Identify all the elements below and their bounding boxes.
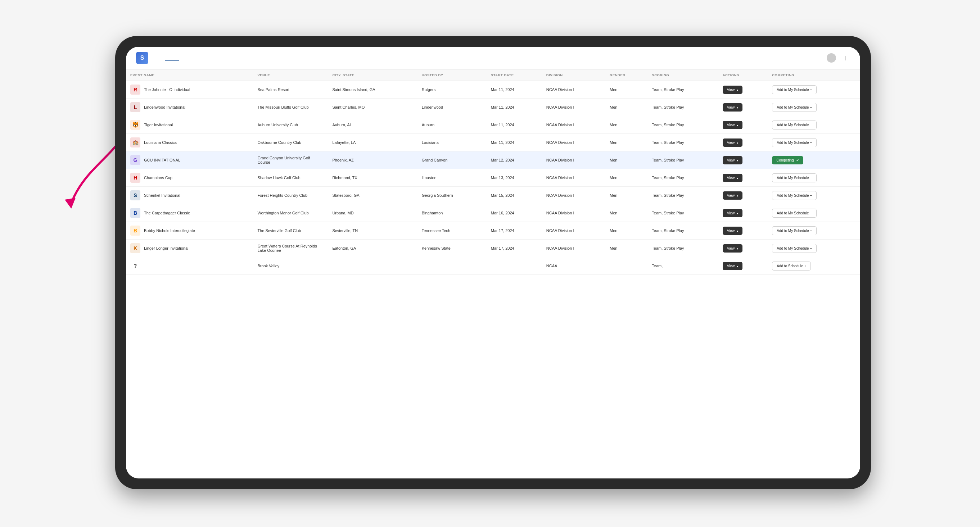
view-button[interactable]: View <box>723 121 743 129</box>
eye-icon <box>737 176 738 180</box>
eye-icon <box>737 88 738 92</box>
cell-event-name: G GCU INVITATIONAL <box>126 151 253 169</box>
cell-actions: View <box>718 81 768 98</box>
view-button[interactable]: View <box>723 244 743 252</box>
add-schedule-button[interactable]: Add to My Schedule + <box>772 138 817 147</box>
col-event-name: EVENT NAME <box>126 70 253 81</box>
view-button[interactable]: View <box>723 209 743 217</box>
table-row: R The Johnnie - O Individual Sea Palms R… <box>126 81 860 98</box>
cell-event-name: B Bobby Nichols Intercollegiate <box>126 222 253 240</box>
add-schedule-button[interactable]: Add to My Schedule + <box>772 209 817 217</box>
view-button[interactable]: View <box>723 86 743 94</box>
table-row: ? Brook Valley NCAA Team, View Add to Sc… <box>126 257 860 275</box>
nav-tabs <box>165 55 827 61</box>
event-name-text: GCU INVITATIONAL <box>144 158 180 162</box>
team-logo: K <box>130 243 140 253</box>
cell-actions: View <box>718 187 768 204</box>
cell-city-state: Statesboro, GA <box>328 187 417 204</box>
cell-actions: View <box>718 169 768 187</box>
nav-bar: S | <box>126 47 860 70</box>
cell-event-name: H Champions Cup <box>126 169 253 187</box>
add-schedule-button[interactable]: Add to My Schedule + <box>772 103 817 112</box>
cell-hosted-by: Lindenwood <box>417 98 487 116</box>
tablet-screen: S | <box>126 47 860 478</box>
cell-gender: Men <box>605 169 648 187</box>
cell-competing: Add to My Schedule + <box>768 204 860 222</box>
cell-division: NCAA Division I <box>542 98 605 116</box>
table-row: B Bobby Nichols Intercollegiate The Sevi… <box>126 222 860 240</box>
team-logo: B <box>130 208 140 218</box>
cell-scoring: Team, Stroke Play <box>648 98 718 116</box>
add-schedule-button[interactable]: Add to Schedule + <box>772 262 811 270</box>
cell-city-state: Lafayette, LA <box>328 134 417 151</box>
col-division: DIVISION <box>542 70 605 81</box>
view-button[interactable]: View <box>723 156 743 164</box>
cell-division: NCAA Division I <box>542 240 605 257</box>
add-schedule-button[interactable]: Add to My Schedule + <box>772 121 817 130</box>
cell-actions: View <box>718 222 768 240</box>
view-button[interactable]: View <box>723 227 743 235</box>
col-city-state: CITY, STATE <box>328 70 417 81</box>
cell-actions: View <box>718 257 768 275</box>
team-logo: ? <box>130 261 140 271</box>
cell-city-state: Saint Charles, MO <box>328 98 417 116</box>
cell-gender: Men <box>605 204 648 222</box>
cell-hosted-by: Louisiana <box>417 134 487 151</box>
cell-division: NCAA Division I <box>542 204 605 222</box>
cell-competing: Add to My Schedule + <box>768 222 860 240</box>
cell-division: NCAA Division I <box>542 222 605 240</box>
cell-start-date: Mar 11, 2024 <box>487 98 542 116</box>
table-row: B The Carpetbagger Classic Worthington M… <box>126 204 860 222</box>
add-schedule-button[interactable]: Add to My Schedule + <box>772 191 817 200</box>
add-schedule-button[interactable]: Add to My Schedule + <box>772 173 817 183</box>
cell-start-date <box>487 257 542 275</box>
table-row: 🐯 Tiger Invitational Auburn University C… <box>126 116 860 134</box>
cell-venue: Auburn University Club <box>253 116 328 134</box>
logo-icon: S <box>136 52 148 64</box>
cell-hosted-by: Tennessee Tech <box>417 222 487 240</box>
table-row: L Lindenwood Invitational The Missouri B… <box>126 98 860 116</box>
tab-tournaments[interactable] <box>165 55 179 61</box>
view-button[interactable]: View <box>723 262 743 270</box>
cell-hosted-by: Auburn <box>417 116 487 134</box>
add-schedule-button[interactable]: Add to My Schedule + <box>772 85 817 94</box>
cell-actions: View <box>718 98 768 116</box>
tournaments-table: EVENT NAME VENUE CITY, STATE HOSTED BY S… <box>126 70 860 275</box>
team-logo: 🐯 <box>130 120 140 130</box>
cell-city-state: Saint Simons Island, GA <box>328 81 417 98</box>
cell-gender <box>605 257 648 275</box>
cell-gender: Men <box>605 134 648 151</box>
cell-scoring: Team, Stroke Play <box>648 240 718 257</box>
cell-scoring: Team, Stroke Play <box>648 204 718 222</box>
cell-competing: Competing <box>768 151 860 169</box>
cell-start-date: Mar 11, 2024 <box>487 116 542 134</box>
add-schedule-button[interactable]: Add to My Schedule + <box>772 226 817 235</box>
competing-button[interactable]: Competing <box>772 156 803 164</box>
eye-icon <box>737 158 738 162</box>
cell-competing: Add to My Schedule + <box>768 98 860 116</box>
cell-scoring: Team, Stroke Play <box>648 169 718 187</box>
cell-event-name: S Schenkel Invitational <box>126 187 253 204</box>
view-button[interactable]: View <box>723 138 743 147</box>
view-button[interactable]: View <box>723 191 743 200</box>
add-schedule-button[interactable]: Add to My Schedule + <box>772 244 817 253</box>
col-competing: COMPETING <box>768 70 860 81</box>
cell-competing: Add to My Schedule + <box>768 187 860 204</box>
col-hosted-by: HOSTED BY <box>417 70 487 81</box>
col-start-date: START DATE <box>487 70 542 81</box>
view-button[interactable]: View <box>723 174 743 182</box>
event-name-text: The Carpetbagger Classic <box>144 211 190 215</box>
view-button[interactable]: View <box>723 103 743 111</box>
team-logo: H <box>130 173 140 183</box>
eye-icon <box>737 211 738 215</box>
cell-actions: View <box>718 240 768 257</box>
team-logo: L <box>130 102 140 112</box>
cell-start-date: Mar 17, 2024 <box>487 222 542 240</box>
cell-city-state: Eatonton, GA <box>328 240 417 257</box>
cell-event-name: R The Johnnie - O Individual <box>126 81 253 98</box>
eye-icon <box>737 194 738 197</box>
cell-scoring: Team, Stroke Play <box>648 81 718 98</box>
tablet-frame: S | <box>115 36 871 489</box>
tab-teams[interactable] <box>179 55 194 61</box>
nav-user: | <box>827 53 850 63</box>
